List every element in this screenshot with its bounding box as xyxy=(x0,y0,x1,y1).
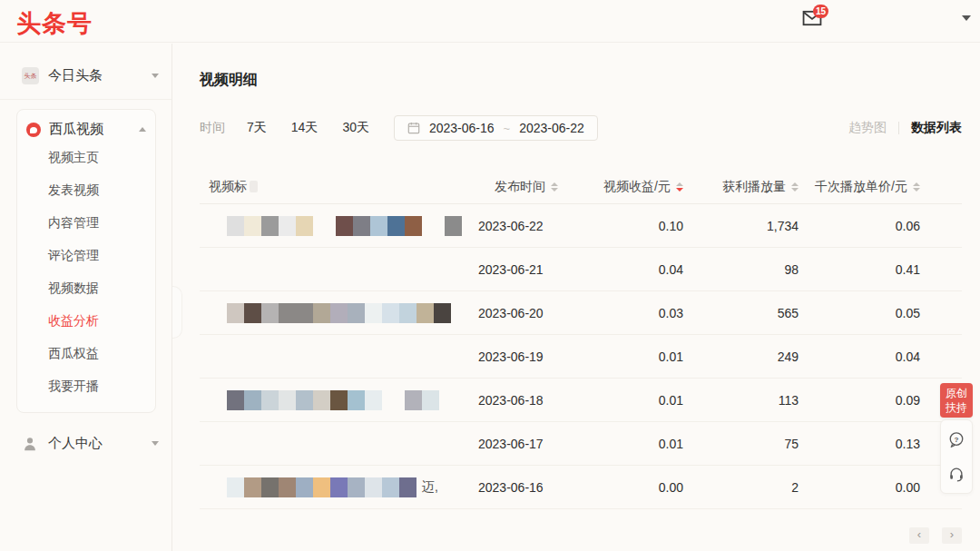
cell-revenue: 0.10 xyxy=(581,219,683,233)
cell-revenue: 0.01 xyxy=(581,393,683,408)
filter-bar: 时间 7天 14天 30天 2023-06-16 ~ 2023-06-22 趋势… xyxy=(200,115,962,141)
prev-page-button[interactable]: ‹ xyxy=(909,527,929,544)
sidebar-item-personal-center[interactable]: 个人中心 xyxy=(22,435,159,452)
cell-cpm: 0.04 xyxy=(799,349,962,364)
sidebar-item-发表视频[interactable]: 发表视频 xyxy=(17,174,155,207)
video-title-cell xyxy=(200,216,478,236)
mosaic-group xyxy=(336,216,422,236)
sidebar-item-label: 今日头条 xyxy=(48,67,152,84)
pagination: ‹ › xyxy=(172,527,962,544)
sidebar-item-视频主页[interactable]: 视频主页 xyxy=(17,142,155,174)
cell-plays: 565 xyxy=(683,306,799,320)
sort-icon[interactable] xyxy=(791,182,799,192)
chevron-down-icon xyxy=(152,441,159,446)
sidebar-item-label: 个人中心 xyxy=(48,435,152,452)
sidebar-item-评论管理[interactable]: 评论管理 xyxy=(17,240,155,272)
mail-button[interactable]: 15 xyxy=(802,10,826,30)
cell-date: 2023-06-22 xyxy=(478,219,581,233)
sidebar-item-我要开播[interactable]: 我要开播 xyxy=(17,370,155,403)
table-row: 2023-06-170.01750.13 xyxy=(200,422,962,466)
table-row: 2023-06-180.011130.09 xyxy=(200,379,962,422)
calendar-icon xyxy=(407,122,420,134)
video-title-cell xyxy=(200,390,478,410)
video-title-cell: 迈, xyxy=(200,477,478,497)
mosaic-group xyxy=(227,303,451,323)
range-14d-button[interactable]: 14天 xyxy=(291,120,318,136)
table-row: 迈,2023-06-160.0020.00 xyxy=(200,466,962,509)
cell-revenue: 0.01 xyxy=(581,349,683,364)
headset-icon[interactable] xyxy=(948,466,965,482)
toutiaohao-logo: 头条号 xyxy=(16,7,93,40)
top-bar: 头条号 15 xyxy=(0,0,980,43)
cell-date: 2023-06-17 xyxy=(478,437,581,451)
cell-plays: 249 xyxy=(683,349,799,364)
cell-date: 2023-06-20 xyxy=(478,306,581,320)
person-icon xyxy=(22,436,38,452)
table-body: 2023-06-220.101,7340.062023-06-210.04980… xyxy=(200,204,962,509)
xigua-menu-card: 西瓜视频 视频主页发表视频内容管理评论管理视频数据收益分析西瓜权益我要开播 xyxy=(16,109,156,413)
floating-help-card: ? xyxy=(940,419,973,494)
cell-plays: 1,734 xyxy=(683,219,799,233)
sidebar-item-toutiao[interactable]: 头条 今日头条 xyxy=(22,67,159,84)
sidebar-item-西瓜权益[interactable]: 西瓜权益 xyxy=(17,338,155,370)
tab-trend-chart[interactable]: 趋势图 xyxy=(848,120,887,136)
sidebar-item-视频数据[interactable]: 视频数据 xyxy=(17,272,155,305)
sidebar-item-xigua-video[interactable]: 西瓜视频 xyxy=(17,121,155,142)
view-toggle: 趋势图 数据列表 xyxy=(848,120,962,136)
original-support-badge[interactable]: 原创 扶持 xyxy=(940,383,973,418)
censored-title-mosaic xyxy=(227,477,416,497)
range-30d-button[interactable]: 30天 xyxy=(342,120,369,136)
help-icon[interactable]: ? xyxy=(948,431,965,448)
mosaic-group xyxy=(227,390,382,410)
column-header-3[interactable]: 获利播放量 xyxy=(683,179,799,195)
chevron-down-icon xyxy=(152,74,159,78)
cell-cpm: 0.00 xyxy=(799,480,962,495)
date-range-picker[interactable]: 2023-06-16 ~ 2023-06-22 xyxy=(394,115,598,141)
tab-data-list[interactable]: 数据列表 xyxy=(911,120,962,136)
sort-icon[interactable] xyxy=(913,182,920,192)
date-range-end: 2023-06-22 xyxy=(519,121,584,135)
cell-cpm: 0.05 xyxy=(799,306,962,320)
cell-plays: 75 xyxy=(683,437,799,451)
page-title: 视频明细 xyxy=(200,71,980,90)
sidebar-item-label: 西瓜视频 xyxy=(49,121,139,138)
cell-plays: 98 xyxy=(683,262,799,277)
badge-line2: 扶持 xyxy=(944,400,969,415)
chevron-up-icon xyxy=(139,127,146,132)
table-row: 2023-06-200.035650.05 xyxy=(200,291,962,335)
badge-line1: 原创 xyxy=(944,386,969,400)
account-menu-chevron-icon[interactable] xyxy=(962,15,971,21)
column-label: 千次播放单价/元 xyxy=(815,179,907,195)
cell-plays: 113 xyxy=(683,393,799,408)
mosaic-group xyxy=(227,216,313,236)
date-range-start: 2023-06-16 xyxy=(429,121,495,135)
column-header-1[interactable]: 发布时间 xyxy=(478,179,581,195)
cell-revenue: 0.00 xyxy=(581,480,683,495)
sort-icon[interactable] xyxy=(676,182,683,192)
cell-revenue: 0.03 xyxy=(581,306,683,320)
cell-cpm: 0.06 xyxy=(799,219,962,233)
cell-date: 2023-06-19 xyxy=(478,349,581,364)
column-header-4[interactable]: 千次播放单价/元 xyxy=(799,179,962,195)
mosaic-group xyxy=(445,216,462,236)
svg-text:?: ? xyxy=(955,436,959,444)
column-label: 视频标 xyxy=(209,179,247,195)
sidebar-item-收益分析[interactable]: 收益分析 xyxy=(17,305,155,338)
toutiao-app-icon: 头条 xyxy=(22,67,39,84)
sidebar-item-内容管理[interactable]: 内容管理 xyxy=(17,207,155,240)
xigua-submenu: 视频主页发表视频内容管理评论管理视频数据收益分析西瓜权益我要开播 xyxy=(17,142,155,403)
mail-unread-badge: 15 xyxy=(813,5,828,18)
range-7d-button[interactable]: 7天 xyxy=(247,120,267,136)
censored-title-mosaic xyxy=(227,390,439,410)
floating-toolbar: 原创 扶持 ? xyxy=(940,383,973,494)
cell-date: 2023-06-16 xyxy=(478,480,581,495)
next-page-button[interactable]: › xyxy=(942,527,962,544)
table-row: 2023-06-190.012490.04 xyxy=(200,335,962,379)
main-content: 视频明细 时间 7天 14天 30天 2023-06-16 ~ 2023-06-… xyxy=(172,44,980,551)
censored-text-block xyxy=(250,181,258,192)
column-header-2[interactable]: 视频收益/元 xyxy=(581,179,683,195)
cell-cpm: 0.13 xyxy=(799,437,962,451)
column-label: 发布时间 xyxy=(495,179,545,195)
sort-icon[interactable] xyxy=(551,182,558,192)
time-filter-label: 时间 xyxy=(200,120,225,136)
